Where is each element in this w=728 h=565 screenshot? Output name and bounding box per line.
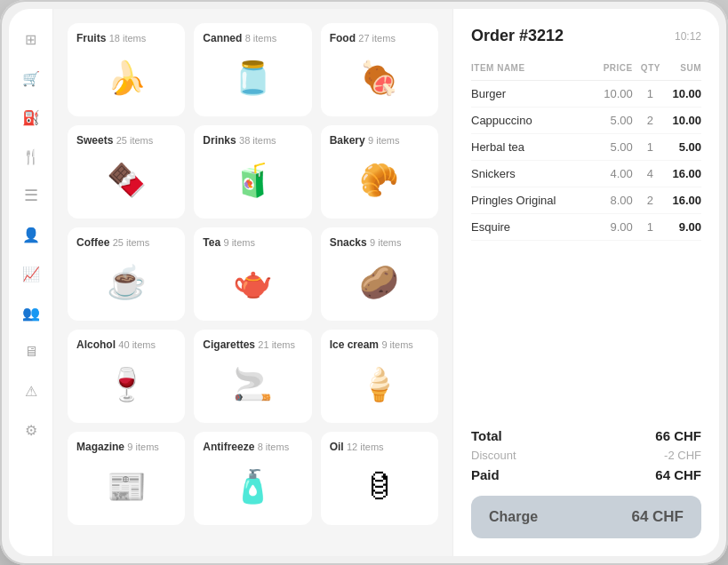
product-name: Fruits 18 items	[76, 32, 176, 44]
product-card-canned[interactable]: Canned 8 items 🫙	[194, 23, 311, 116]
col-price: PRICE	[591, 60, 633, 81]
item-price: 4.00	[591, 161, 633, 187]
item-count: 38 items	[239, 135, 276, 146]
discount-row: Discount -2 CHF	[471, 446, 701, 465]
total-row: Total 66 CHF	[471, 426, 701, 446]
product-card-cigarettes[interactable]: Cigarettes 21 items 🚬	[194, 330, 311, 423]
sidebar-item-group[interactable]: 👥	[15, 297, 47, 329]
item-name: Burger	[471, 81, 591, 107]
product-image: 🍦	[330, 354, 429, 414]
product-icon: 🛢	[364, 471, 396, 503]
product-icon: 🧃	[233, 164, 273, 196]
product-name: Coffee 25 items	[76, 236, 176, 249]
total-value: 66 CHF	[655, 428, 701, 443]
sidebar-item-list[interactable]: ☰	[15, 179, 47, 211]
product-card-coffee[interactable]: Coffee 25 items ☕	[68, 227, 185, 321]
discount-label: Discount	[471, 449, 516, 462]
col-qty: QTY	[633, 60, 660, 81]
product-icon: 🚬	[233, 369, 273, 401]
sidebar-item-restaurant[interactable]: 🍴	[15, 140, 47, 172]
product-card-sweets[interactable]: Sweets 25 items 🍫	[68, 125, 185, 219]
product-image: 📰	[76, 457, 176, 516]
order-panel: Order #3212 10:12 ITEM NAME PRICE QTY SU…	[452, 9, 719, 556]
total-label: Total	[471, 428, 502, 443]
item-qty: 2	[633, 187, 660, 214]
item-count: 18 items	[109, 33, 147, 44]
product-icon: 📰	[107, 471, 147, 503]
product-card-tea[interactable]: Tea 9 items 🫖	[194, 227, 311, 321]
item-sum: 16.00	[660, 187, 701, 214]
product-panel: Fruits 18 items 🍌 Canned 8 items 🫙 Food …	[53, 9, 452, 556]
table-row: Burger 10.00 1 10.00	[471, 81, 701, 107]
sidebar-item-settings[interactable]: ⚙	[15, 414, 47, 446]
item-name: Esquire	[471, 214, 591, 241]
product-icon: 🍦	[359, 369, 399, 401]
product-card-oil[interactable]: Oil 12 items 🛢	[321, 432, 438, 525]
product-name: Bakery 9 items	[330, 134, 429, 147]
item-sum: 9.00	[660, 214, 701, 241]
item-count: 25 items	[113, 237, 150, 248]
item-count: 9 items	[127, 442, 158, 452]
product-card-food[interactable]: Food 27 items 🍖	[321, 23, 438, 116]
product-card-snacks[interactable]: Snacks 9 items 🥔	[321, 227, 438, 321]
product-card-icecream[interactable]: Ice cream 9 items 🍦	[321, 330, 438, 423]
product-icon: ☕	[107, 267, 147, 298]
product-image: 🍖	[330, 48, 429, 107]
charge-amount: 64 CHF	[631, 508, 684, 526]
table-row: Esquire 9.00 1 9.00	[471, 214, 701, 241]
item-count: 9 items	[381, 339, 412, 350]
item-count: 40 items	[118, 339, 156, 350]
sidebar-item-cart[interactable]: 🛒	[15, 62, 47, 94]
item-qty: 2	[633, 107, 660, 134]
product-name: Food 27 items	[330, 32, 429, 44]
product-name: Sweets 25 items	[76, 134, 176, 147]
main-content: Fruits 18 items 🍌 Canned 8 items 🫙 Food …	[53, 9, 719, 556]
product-card-fruits[interactable]: Fruits 18 items 🍌	[68, 23, 185, 116]
item-qty: 1	[633, 81, 660, 107]
col-item-name: ITEM NAME	[471, 60, 591, 81]
product-name: Cigarettes 21 items	[203, 338, 302, 351]
item-qty: 4	[633, 161, 660, 187]
item-name: Snickers	[471, 161, 591, 187]
product-name: Ice cream 9 items	[330, 338, 429, 351]
product-image: 🥐	[330, 150, 429, 210]
product-card-magazine[interactable]: Magazine 9 items 📰	[68, 432, 185, 525]
item-sum: 5.00	[660, 134, 701, 161]
charge-button[interactable]: Charge 64 CHF	[471, 496, 701, 538]
item-count: 9 items	[368, 135, 399, 146]
item-count: 9 items	[223, 237, 254, 248]
item-count: 12 items	[347, 442, 384, 452]
paid-label: Paid	[471, 467, 500, 482]
product-card-antifreeze[interactable]: Antifreeze 8 items 🧴	[194, 432, 311, 525]
charge-label: Charge	[489, 509, 538, 525]
product-card-bakery[interactable]: Bakery 9 items 🥐	[321, 125, 438, 219]
product-image: 🚬	[203, 354, 302, 414]
item-count: 8 items	[245, 33, 276, 44]
item-count: 27 items	[358, 33, 396, 44]
product-image: 🍫	[76, 150, 176, 210]
sidebar-item-analytics[interactable]: 📈	[15, 258, 47, 290]
item-sum: 10.00	[660, 107, 701, 134]
product-icon: 🧴	[233, 471, 273, 503]
discount-value: -2 CHF	[664, 449, 701, 462]
sidebar-item-fuel[interactable]: ⛽	[15, 101, 47, 133]
product-name: Drinks 38 items	[203, 134, 302, 147]
table-row: Cappuccino 5.00 2 10.00	[471, 107, 701, 134]
sidebar-item-users[interactable]: 👤	[15, 219, 47, 251]
product-image: 🍷	[76, 354, 176, 414]
table-row: Herbal tea 5.00 1 5.00	[471, 134, 701, 161]
product-name: Alcohol 40 items	[76, 338, 176, 351]
paid-row: Paid 64 CHF	[471, 465, 701, 485]
product-name: Snacks 9 items	[330, 236, 429, 249]
sidebar-item-dashboard[interactable]: ⊞	[15, 23, 47, 55]
sidebar-item-warning[interactable]: ⚠	[15, 375, 47, 407]
product-icon: 🫖	[233, 267, 273, 298]
product-card-drinks[interactable]: Drinks 38 items 🧃	[194, 125, 311, 219]
sidebar-item-monitor[interactable]: 🖥	[15, 336, 47, 368]
product-card-alcohol[interactable]: Alcohol 40 items 🍷	[68, 330, 185, 423]
product-image: 🍌	[76, 48, 176, 107]
product-name: Canned 8 items	[203, 32, 302, 44]
product-grid: Fruits 18 items 🍌 Canned 8 items 🫙 Food …	[68, 23, 438, 525]
product-name: Oil 12 items	[330, 441, 429, 453]
device-frame: ⊞ 🛒 ⛽ 🍴 ☰ 👤 📈 👥 🖥 ⚠ ⚙ Fruits 18 items	[0, 0, 728, 565]
